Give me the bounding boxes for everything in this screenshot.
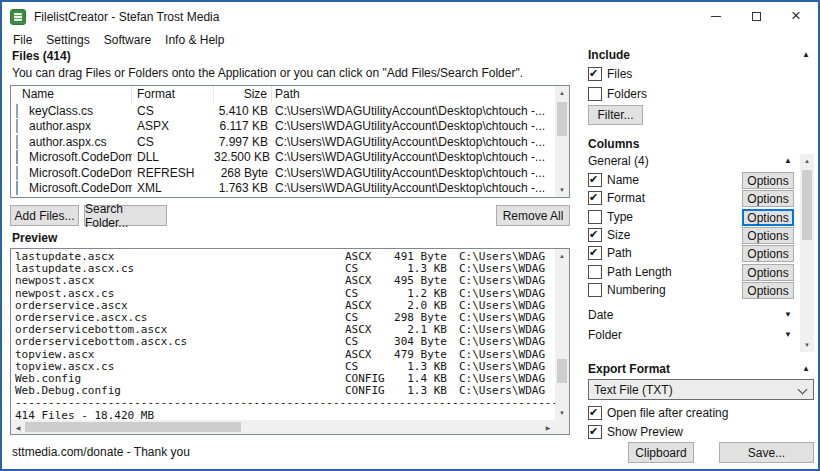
menu-settings[interactable]: Settings (39, 31, 96, 50)
cell-path: C:\Users\WDAGUtilityAccount\Desktop\chto… (272, 181, 555, 195)
expand-folder-icon[interactable] (784, 330, 792, 339)
format-column-checkbox[interactable] (588, 191, 602, 205)
cell-format: CS (132, 135, 214, 149)
preview-line: orderservicebottom.ascxASCX2.1 KBC:\User… (15, 324, 555, 336)
menu-software[interactable]: Software (97, 31, 158, 50)
preview-hscrollbar[interactable] (11, 420, 555, 434)
scroll-up-icon[interactable] (800, 154, 814, 168)
name-options-button[interactable]: Options (742, 172, 794, 189)
column-header-path[interactable]: Path (272, 86, 555, 103)
show-preview-label: Show Preview (607, 425, 683, 439)
scroll-up-icon[interactable] (555, 86, 569, 100)
table-row[interactable]: keyClass.cs CS 5.410 KB C:\Users\WDAGUti… (11, 103, 555, 119)
table-row[interactable]: author.aspx ASPX 6.117 KB C:\Users\WDAGU… (11, 119, 555, 135)
add-files-button[interactable]: Add Files... (10, 205, 79, 226)
table-row[interactable]: Microsoft.CodeDom... DLL 32.500 KB C:\Us… (11, 150, 555, 166)
table-row[interactable]: Microsoft.CodeDom... REFRESH 268 Byte C:… (11, 165, 555, 181)
scroll-left-icon[interactable] (11, 420, 25, 434)
type-options-button[interactable]: Options (742, 209, 794, 226)
preview-line: orderservice.ascxASCX2.0 KBC:\Users\WDAG (15, 300, 555, 312)
maximize-button[interactable] (736, 2, 776, 31)
preview-content[interactable]: lastupdate.ascxASCX491 ByteC:\Users\WDAG… (11, 249, 555, 420)
cell-size: 7.997 KB (214, 135, 272, 149)
cell-name: author.aspx (29, 119, 132, 133)
file-icon (16, 166, 18, 180)
scroll-right-icon[interactable] (541, 420, 555, 434)
expand-date-icon[interactable] (784, 310, 792, 319)
column-header-name[interactable]: Name (11, 86, 132, 103)
app-icon (10, 9, 26, 25)
include-folders-row: Folders (588, 87, 647, 101)
xml-file-icon (16, 181, 18, 195)
show-preview-checkbox[interactable] (588, 425, 602, 439)
cell-name: keyClass.cs (29, 104, 132, 118)
menu-info-help[interactable]: Info & Help (158, 31, 231, 50)
preview-summary: 414 Files - 18.420 MB (15, 410, 555, 420)
maximize-icon (752, 12, 761, 21)
name-column-checkbox[interactable] (588, 173, 602, 187)
minimize-icon (711, 16, 721, 17)
path-length-options-button[interactable]: Options (742, 264, 794, 281)
scroll-up-icon[interactable] (555, 249, 569, 263)
size-column-label: Size (607, 228, 630, 242)
scrollbar-thumb[interactable] (25, 422, 241, 432)
column-header-format[interactable]: Format (132, 86, 214, 103)
open-file-after-creating-checkbox[interactable] (588, 406, 602, 420)
path-options-button[interactable]: Options (742, 245, 794, 262)
scrollbar-thumb[interactable] (802, 170, 812, 240)
type-column-checkbox[interactable] (588, 210, 602, 224)
window-controls (696, 2, 816, 31)
size-options-button[interactable]: Options (742, 227, 794, 244)
collapse-general-icon[interactable] (784, 156, 792, 165)
preview-line: newpost.ascx.csCS1.2 KBC:\Users\WDAG (15, 288, 555, 300)
close-button[interactable] (776, 2, 816, 31)
folders-checkbox[interactable] (588, 87, 602, 101)
export-section-title: Export Format (588, 362, 670, 376)
numbering-column-label: Numbering (607, 283, 666, 297)
show-preview-row: Show Preview (588, 425, 683, 439)
numbering-column-checkbox[interactable] (588, 283, 602, 297)
export-format-dropdown[interactable]: Text File (TXT) (588, 379, 814, 400)
size-column-checkbox[interactable] (588, 228, 602, 242)
files-table-scrollbar[interactable] (555, 86, 569, 197)
scroll-down-icon[interactable] (555, 406, 569, 420)
cell-path: C:\Users\WDAGUtilityAccount\Desktop\chto… (272, 135, 555, 149)
path-length-column-checkbox[interactable] (588, 265, 602, 279)
minimize-button[interactable] (696, 2, 736, 31)
cell-path: C:\Users\WDAGUtilityAccount\Desktop\chto… (272, 150, 555, 164)
table-row[interactable]: Microsoft.CodeDom... XML 1.763 KB C:\Use… (11, 181, 555, 197)
cell-path: C:\Users\WDAGUtilityAccount\Desktop\chto… (272, 104, 555, 118)
path-column-checkbox[interactable] (588, 246, 602, 260)
files-section-title: Files (414) (12, 49, 71, 63)
preview-line: lastupdate.ascxASCX491 ByteC:\Users\WDAG (15, 251, 555, 263)
table-row[interactable]: author.aspx.cs CS 7.997 KB C:\Users\WDAG… (11, 134, 555, 150)
clipboard-button[interactable]: Clipboard (628, 442, 694, 463)
type-column-label: Type (607, 210, 633, 224)
cell-size: 5.410 KB (214, 104, 272, 118)
filter-button[interactable]: Filter... (588, 105, 643, 125)
menu-file[interactable]: File (6, 31, 39, 50)
cell-size: 32.500 KB (214, 150, 272, 164)
remove-all-button[interactable]: Remove All (496, 205, 570, 226)
cell-name: author.aspx.cs (29, 135, 132, 149)
format-options-button[interactable]: Options (742, 190, 794, 207)
status-text[interactable]: sttmedia.com/donate - Thank you (12, 445, 190, 459)
scroll-down-icon[interactable] (555, 183, 569, 197)
include-files-row: Files (588, 67, 632, 81)
collapse-include-icon[interactable] (802, 50, 810, 59)
collapse-export-icon[interactable] (802, 364, 810, 373)
save-button[interactable]: Save... (719, 442, 814, 463)
column-row-path: Path Options (588, 245, 814, 262)
search-folder-button[interactable]: Search Folder... (84, 205, 167, 226)
scrollbar-thumb[interactable] (557, 359, 567, 383)
files-checkbox[interactable] (588, 67, 602, 81)
column-header-size[interactable]: Size (214, 86, 272, 103)
scroll-down-icon[interactable] (800, 338, 814, 352)
columns-scrollbar[interactable] (800, 154, 814, 352)
numbering-options-button[interactable]: Options (742, 282, 794, 299)
preview-vscrollbar[interactable] (555, 249, 569, 420)
cell-format: REFRESH (132, 166, 214, 180)
cell-format: ASPX (132, 119, 214, 133)
scrollbar-thumb[interactable] (557, 102, 567, 136)
preview-line: orderservicebottom.ascx.csCS304 ByteC:\U… (15, 336, 555, 348)
